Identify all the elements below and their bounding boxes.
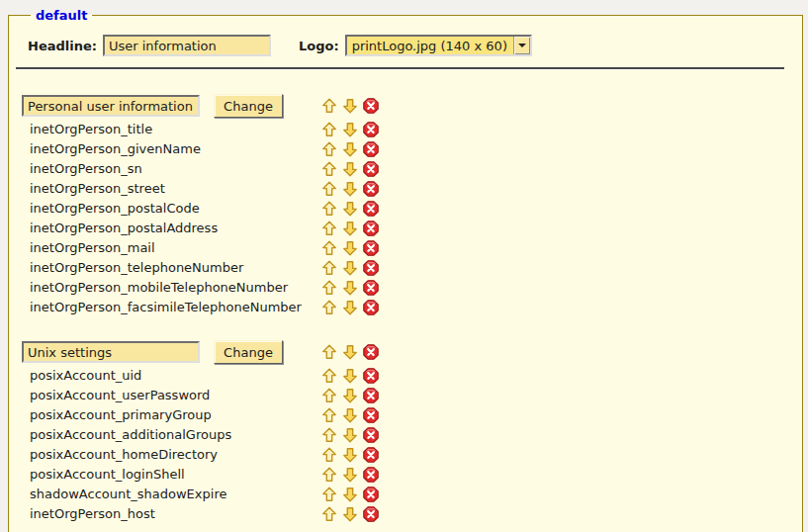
up-arrow-icon[interactable] [321, 407, 337, 423]
delete-icon[interactable] [363, 407, 379, 423]
delete-icon[interactable] [363, 221, 379, 236]
down-arrow-icon[interactable] [342, 122, 358, 137]
up-arrow-icon[interactable] [321, 260, 337, 276]
delete-icon[interactable] [363, 447, 379, 463]
up-arrow-icon[interactable] [321, 344, 337, 360]
logo-select[interactable]: printLogo.jpg (140 x 60) [345, 35, 532, 56]
up-arrow-icon[interactable] [321, 240, 337, 256]
field-row: inetOrgPerson_givenName [22, 139, 802, 159]
change-button[interactable]: Change [214, 340, 283, 364]
field-label: posixAccount_primaryGroup [22, 407, 212, 422]
delete-icon[interactable] [363, 181, 379, 197]
headline-input[interactable] [103, 35, 271, 56]
field-row: inetOrgPerson_mail [22, 238, 802, 258]
field-label: inetOrgPerson_host [22, 506, 155, 521]
field-row: inetOrgPerson_telephoneNumber [22, 258, 802, 278]
row-icons [321, 280, 379, 296]
delete-icon[interactable] [363, 122, 379, 137]
up-arrow-icon[interactable] [321, 487, 337, 502]
up-arrow-icon[interactable] [321, 506, 337, 522]
down-arrow-icon[interactable] [342, 388, 358, 403]
down-arrow-icon[interactable] [342, 506, 358, 522]
field-label: inetOrgPerson_facsimileTelephoneNumber [22, 300, 302, 314]
field-label: inetOrgPerson_postalCode [22, 201, 200, 216]
down-arrow-icon[interactable] [342, 260, 358, 276]
delete-icon[interactable] [363, 201, 379, 217]
field-label: posixAccount_loginShell [22, 467, 185, 482]
field-row: shadowAccount_shadowExpire [22, 485, 802, 504]
row-icons [321, 388, 379, 403]
down-arrow-icon[interactable] [342, 98, 358, 114]
delete-icon[interactable] [363, 506, 379, 522]
section-title-input[interactable] [22, 341, 200, 363]
delete-icon[interactable] [363, 487, 379, 502]
delete-icon[interactable] [363, 280, 379, 296]
field-row: inetOrgPerson_title [22, 120, 802, 139]
field-label: posixAccount_additionalGroups [22, 427, 231, 442]
row-icons [321, 201, 379, 217]
down-arrow-icon[interactable] [342, 467, 358, 483]
field-label: posixAccount_userPassword [22, 388, 210, 402]
down-arrow-icon[interactable] [342, 201, 358, 217]
row-icons [321, 427, 379, 443]
field-label: inetOrgPerson_street [22, 181, 165, 196]
down-arrow-icon[interactable] [342, 407, 358, 423]
up-arrow-icon[interactable] [321, 161, 337, 177]
down-arrow-icon[interactable] [342, 300, 358, 315]
up-arrow-icon[interactable] [321, 300, 337, 315]
section: Change posixAccount_uid posixAccount_use… [22, 339, 802, 524]
up-arrow-icon[interactable] [321, 368, 337, 384]
delete-icon[interactable] [363, 368, 379, 384]
down-arrow-icon[interactable] [342, 344, 358, 360]
down-arrow-icon[interactable] [342, 368, 358, 384]
down-arrow-icon[interactable] [342, 141, 358, 157]
up-arrow-icon[interactable] [321, 141, 337, 157]
row-icons [321, 260, 379, 276]
logo-label: Logo: [299, 39, 339, 53]
up-arrow-icon[interactable] [321, 221, 337, 236]
down-arrow-icon[interactable] [342, 240, 358, 256]
row-icons [321, 506, 379, 522]
down-arrow-icon[interactable] [342, 447, 358, 463]
up-arrow-icon[interactable] [321, 427, 337, 443]
delete-icon[interactable] [363, 300, 379, 315]
up-arrow-icon[interactable] [321, 181, 337, 197]
delete-icon[interactable] [363, 427, 379, 443]
down-arrow-icon[interactable] [342, 221, 358, 236]
dropdown-arrow-icon[interactable] [513, 37, 530, 54]
up-arrow-icon[interactable] [321, 447, 337, 463]
delete-icon[interactable] [363, 344, 379, 360]
down-arrow-icon[interactable] [342, 161, 358, 177]
section-title-input[interactable] [22, 95, 200, 117]
up-arrow-icon[interactable] [321, 467, 337, 483]
down-arrow-icon[interactable] [342, 181, 358, 197]
up-arrow-icon[interactable] [321, 122, 337, 137]
delete-icon[interactable] [363, 141, 379, 157]
delete-icon[interactable] [363, 260, 379, 276]
delete-icon[interactable] [363, 98, 379, 114]
delete-icon[interactable] [363, 161, 379, 177]
up-arrow-icon[interactable] [321, 98, 337, 114]
up-arrow-icon[interactable] [321, 201, 337, 217]
down-arrow-icon[interactable] [342, 487, 358, 502]
field-row: inetOrgPerson_postalAddress [22, 219, 802, 238]
field-label: posixAccount_homeDirectory [22, 447, 218, 462]
section-icons [321, 344, 379, 360]
field-label: posixAccount_uid [22, 368, 141, 383]
headline-row: Headline: Logo: printLogo.jpg (140 x 60) [22, 34, 802, 57]
up-arrow-icon[interactable] [321, 280, 337, 296]
field-row: inetOrgPerson_postalCode [22, 199, 802, 219]
delete-icon[interactable] [363, 388, 379, 403]
row-icons [321, 300, 379, 315]
change-button[interactable]: Change [214, 94, 283, 118]
field-row: inetOrgPerson_mobileTelephoneNumber [22, 278, 802, 298]
down-arrow-icon[interactable] [342, 280, 358, 296]
up-arrow-icon[interactable] [321, 388, 337, 403]
delete-icon[interactable] [363, 240, 379, 256]
down-arrow-icon[interactable] [342, 427, 358, 443]
field-row: posixAccount_uid [22, 366, 802, 386]
row-icons [321, 161, 379, 177]
row-icons [321, 122, 379, 137]
field-label: inetOrgPerson_title [22, 122, 152, 136]
delete-icon[interactable] [363, 467, 379, 483]
